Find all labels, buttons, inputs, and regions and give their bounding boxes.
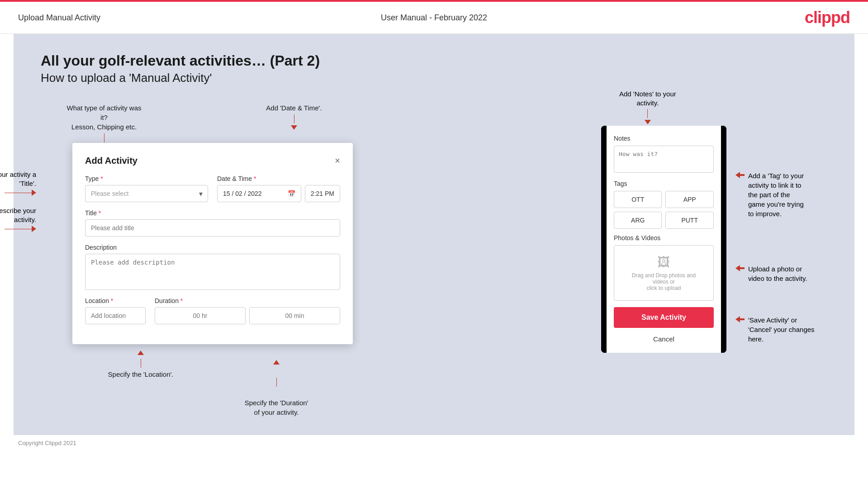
description-label: Description <box>85 244 340 251</box>
type-required: * <box>100 175 103 182</box>
location-annotation: Specify the 'Location'. <box>108 351 174 417</box>
arrow-down-notes-icon <box>645 118 651 124</box>
upload-icon: 🖼 <box>623 255 704 270</box>
main-content: All your golf-relevant activities… (Part… <box>14 34 854 435</box>
page-title: Upload Manual Activity <box>18 13 100 23</box>
save-annotation: 'Save Activity' or 'Cancel' your changes… <box>735 315 827 344</box>
datetime-label: Date & Time * <box>217 175 340 182</box>
modal-title: Add Activity <box>85 156 138 166</box>
type-select[interactable]: Please select <box>85 185 208 202</box>
location-label: Location * <box>85 297 146 304</box>
date-input[interactable]: 15 / 02 / 2022 📅 <box>217 185 301 202</box>
duration-label: Duration * <box>155 297 340 304</box>
datetime-annotation: Add 'Date & Time'. <box>253 103 335 139</box>
notes-label: Notes <box>614 135 714 142</box>
duration-hr-input[interactable] <box>155 307 246 324</box>
arrow-left-save-icon <box>735 316 745 322</box>
duration-min-input[interactable] <box>249 307 340 324</box>
arrow-left-photo-icon <box>735 265 745 271</box>
type-select-wrapper[interactable]: Please select ▾ <box>85 185 208 202</box>
copyright: Copyright Clippd 2021 <box>18 440 76 446</box>
type-annotation: What type of activity was it? Lesson, Ch… <box>63 103 145 139</box>
tag-arg[interactable]: ARG <box>614 212 662 229</box>
location-input[interactable] <box>85 307 146 324</box>
arrow-up-icon <box>138 351 144 357</box>
description-textarea[interactable] <box>85 254 340 290</box>
phone-frame: Notes Tags OTT APP ARG PUTT Photos & Vid… <box>601 126 726 353</box>
type-label: Type * <box>85 175 208 182</box>
time-input[interactable]: 2:21 PM <box>305 185 340 202</box>
title-label: Title * <box>85 209 340 217</box>
photos-upload-area[interactable]: 🖼 Drag and Drop photos and videos or cli… <box>614 245 714 301</box>
title-input[interactable] <box>85 219 340 237</box>
title-annotation: Give your activity a 'Title'. <box>0 170 36 196</box>
footer: Copyright Clippd 2021 <box>0 435 868 451</box>
tags-grid: OTT APP ARG PUTT <box>614 191 714 229</box>
arrow-right-icon2 <box>32 226 36 232</box>
document-subtitle: User Manual - February 2022 <box>381 13 487 23</box>
arrow-up-icon2 <box>273 360 280 366</box>
photo-annotation: Upload a photo or video to the activity. <box>735 264 827 283</box>
tag-putt[interactable]: PUTT <box>665 212 713 229</box>
section-title: All your golf-relevant activities… (Part… <box>41 52 827 69</box>
tag-app[interactable]: APP <box>665 191 713 208</box>
notes-annotation: Add 'Notes' to your activity. <box>619 90 676 124</box>
upload-text: Drag and Drop photos and videos or click… <box>623 272 704 291</box>
tags-label: Tags <box>614 180 714 187</box>
arrow-down-icon2 <box>291 123 297 130</box>
photos-label: Photos & Videos <box>614 234 714 242</box>
modal-close-button[interactable]: × <box>335 156 340 166</box>
tag-annotation: Add a 'Tag' to your activity to link it … <box>735 171 827 218</box>
cancel-button[interactable]: Cancel <box>614 332 714 346</box>
save-activity-button[interactable]: Save Activity <box>614 307 714 328</box>
section-subtitle: How to upload a 'Manual Activity' <box>41 71 827 85</box>
add-activity-modal: Add Activity × Type * Please <box>72 143 353 344</box>
arrow-left-tag-icon <box>735 172 745 178</box>
logo: clippd <box>805 8 850 27</box>
arrow-right-icon <box>32 190 36 196</box>
duration-annotation: Specify the 'Duration' of your activity. <box>245 351 308 417</box>
tag-ott[interactable]: OTT <box>614 191 662 208</box>
calendar-icon: 📅 <box>288 190 295 197</box>
top-bar: Upload Manual Activity User Manual - Feb… <box>0 2 868 34</box>
datetime-required: * <box>254 175 256 182</box>
description-annotation: Describe your activity. <box>0 206 36 232</box>
notes-textarea[interactable] <box>614 146 714 173</box>
